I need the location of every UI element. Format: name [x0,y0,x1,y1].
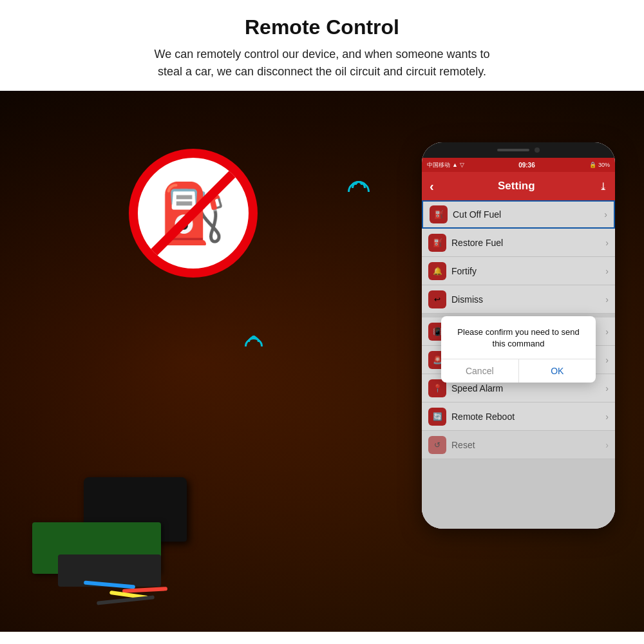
confirm-dialog: Please confirm you need to send this com… [441,316,596,383]
ok-button[interactable]: OK [519,359,596,383]
phone-container: 中国移动 ▲ ▽ 09:36 🔒 30% ‹ Setting ⤓ [412,142,625,606]
back-button[interactable]: ‹ [430,179,434,194]
phone-top-bar [422,142,615,158]
main-visual-area: ⛽ 中国移动 ▲ ▽ [0,91,644,632]
cancel-button[interactable]: Cancel [441,359,519,383]
phone-speaker [497,149,529,151]
phone-camera [535,147,540,153]
hardware-device [19,400,264,593]
lock-icon: 🔒 [589,162,596,168]
top-section: Remote Control We can remotely control o… [0,0,644,91]
page-description: We can remotely control our device, and … [39,46,605,80]
wifi-status-icon: ▽ [460,162,464,168]
time-display: 09:36 [518,162,535,169]
menu-list: ⛽ Cut Off Fuel › ⛽ Restore Fuel › 🔔 Fort… [422,200,615,529]
status-bar: 中国移动 ▲ ▽ 09:36 🔒 30% [422,158,615,172]
no-fuel-icon: ⛽ [129,149,258,278]
carrier-text: 中国移动 [427,161,450,169]
confirm-dialog-overlay: Please confirm you need to send this com… [422,200,615,529]
app-header: ‹ Setting ⤓ [422,172,615,200]
phone-device: 中国移动 ▲ ▽ 09:36 🔒 30% ‹ Setting ⤓ [422,142,615,529]
dialog-buttons: Cancel OK [441,359,596,383]
battery-text: 30% [598,162,610,168]
app-title: Setting [498,180,535,193]
screen-content: ⛽ Cut Off Fuel › ⛽ Restore Fuel › 🔔 Fort… [422,200,615,529]
wifi-icon-top [348,181,370,203]
download-button[interactable]: ⤓ [599,180,607,193]
wifi-icon-mid [245,336,263,355]
dialog-message: Please confirm you need to send this com… [451,327,585,350]
page-title: Remote Control [39,15,605,39]
signal-icon: ▲ [452,162,458,168]
